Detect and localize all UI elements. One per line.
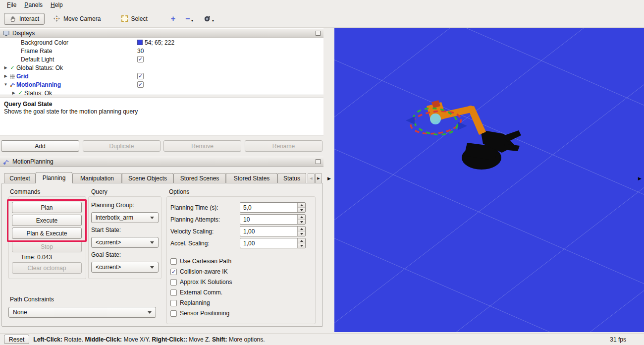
checkbox-label: Use Cartesian Path [180,258,231,265]
external-comm-checkbox[interactable]: External Comm. [170,288,222,296]
panel-float-button[interactable] [316,31,321,36]
viewport-background [334,28,644,332]
focus-camera-tool-button[interactable]: ▼ [201,14,217,23]
checkbox-label: Replanning [180,299,210,306]
add-display-button[interactable]: Add [1,140,79,152]
checkbox-box [170,300,177,306]
spin-down-button[interactable] [298,220,305,224]
tree-row-frame-rate[interactable]: Frame Rate 30 [0,47,323,55]
rename-display-button: Rename [245,140,322,152]
chevron-down-icon [150,266,154,269]
tab-manipulation[interactable]: Manipulation [72,173,122,183]
planning-group-combobox[interactable]: interbotix_arm [91,212,159,223]
checkbox-label: Approx IK Solutions [180,279,232,286]
displays-icon [3,30,9,37]
tab-stored-scenes[interactable]: Stored Scenes [173,173,226,183]
displays-panel-title: Displays [12,30,35,37]
color-swatch [137,40,143,45]
spin-up-button[interactable] [298,227,305,231]
menu-panels[interactable]: Panels [20,0,47,9]
path-constraints-combobox[interactable]: None [8,307,156,318]
use-cartesian-path-checkbox[interactable]: Use Cartesian Path [170,257,231,265]
chevron-down-icon: ▼ [190,19,194,22]
plan-and-execute-button[interactable]: Plan & Execute [12,228,82,239]
add-tool-button[interactable]: + [168,14,178,23]
property-value: ✓ [137,81,144,88]
tree-row-default-light[interactable]: Default Light ✓ [0,55,323,63]
expander-icon[interactable]: ▶ [3,65,8,70]
tree-row-global-status[interactable]: ▶ ✓ Global Status: Ok [0,63,323,72]
commands-group-title: Commands [10,188,40,195]
planning-attempts-spinbox[interactable]: 10 [240,214,306,225]
spin-down-button[interactable] [298,208,305,212]
accel-scaling-spinbox[interactable]: 1,00 [240,238,306,248]
property-name: Frame Rate [21,48,52,55]
planning-time-spinbox[interactable]: 5,0 [240,202,306,213]
tree-row-background-color[interactable]: Background Color 54; 65; 222 [0,38,323,47]
property-value: ✓ [137,56,144,62]
tab-context[interactable]: Context [4,173,36,183]
motionplanning-display-icon [8,82,16,88]
planning-attempts-label: Planning Attempts: [170,216,220,223]
tree-row-motionplanning[interactable]: ▼ MotionPlanning ✓ [0,80,323,89]
checkbox-label: Collision-aware IK [180,268,228,275]
checkbox-box: ✓ [170,269,177,275]
select-tool-button[interactable]: Select [116,13,153,25]
replanning-checkbox[interactable]: Replanning [170,299,210,307]
property-name: Global Status: Ok [16,64,63,71]
interact-tool-button[interactable]: Interact [4,13,45,25]
remove-tool-button[interactable]: − ▼ [182,14,197,23]
default-light-checkbox[interactable]: ✓ [137,56,144,62]
panel-float-button[interactable] [316,159,321,164]
tab-scene-objects[interactable]: Scene Objects [122,173,173,183]
grid-enabled-checkbox[interactable]: ✓ [137,73,144,79]
start-state-combobox[interactable]: <current> [91,237,159,248]
plan-button[interactable]: Plan [12,202,82,213]
tab-planning[interactable]: Planning [36,172,72,183]
move-camera-icon [53,15,60,22]
chevron-down-icon [150,241,154,244]
tree-row-status[interactable]: ▶ ✓ Status: Ok [0,89,323,95]
checkbox-label: Sensor Positioning [180,310,229,317]
planning-time-result-label: Time: 0.043 [21,254,52,261]
3d-viewport[interactable] [334,28,644,332]
tree-row-grid[interactable]: ▶ Grid ✓ [0,72,323,80]
move-camera-tool-button[interactable]: Move Camera [48,12,106,25]
spin-down-button[interactable] [298,231,305,236]
tab-status[interactable]: Status [277,173,306,183]
sensor-positioning-checkbox[interactable]: Sensor Positioning [170,309,229,317]
expander-icon[interactable]: ▶ [3,74,8,78]
status-ok-icon: ✓ [8,64,16,71]
panel-resize-handle[interactable]: ▶ [327,176,331,181]
expander-icon[interactable]: ▼ [3,82,8,87]
property-value[interactable]: 30 [137,48,144,55]
execute-button[interactable]: Execute [12,215,82,226]
spin-up-button[interactable] [298,203,305,208]
reset-button[interactable]: Reset [4,335,29,344]
property-name: Background Color [21,39,68,46]
duplicate-display-button: Duplicate [83,140,161,152]
planning-time-label: Planning Time (s): [170,204,218,211]
collision-aware-ik-checkbox[interactable]: ✓ Collision-aware IK [170,268,228,276]
motionplanning-enabled-checkbox[interactable]: ✓ [137,81,144,88]
query-group-title: Query [91,188,107,195]
velocity-scaling-label: Velocity Scaling: [170,228,214,235]
tab-scroll-right-button[interactable]: ▶ [315,173,322,183]
property-name: Grid [16,73,29,80]
spin-up-button[interactable] [298,238,305,243]
planning-group-label: Planning Group: [91,202,134,209]
tab-stored-states[interactable]: Stored States [226,173,277,183]
spin-up-button[interactable] [298,215,305,220]
velocity-scaling-spinbox[interactable]: 1,00 [240,226,306,236]
menu-file[interactable]: File [3,0,20,9]
property-value[interactable]: 54; 65; 222 [137,39,174,46]
viewport-resize-handle[interactable]: ▶ [638,176,642,181]
menu-help[interactable]: Help [47,0,67,9]
spin-down-button[interactable] [298,243,305,248]
tab-scroll-left-button[interactable]: ◀ [308,173,315,183]
expander-icon[interactable]: ▶ [11,91,16,95]
approx-ik-solutions-checkbox[interactable]: Approx IK Solutions [170,278,232,286]
accel-scaling-label: Accel. Scaling: [170,240,210,247]
goal-state-combobox[interactable]: <current> [91,262,159,273]
displays-panel-titlebar: Displays [0,28,323,38]
